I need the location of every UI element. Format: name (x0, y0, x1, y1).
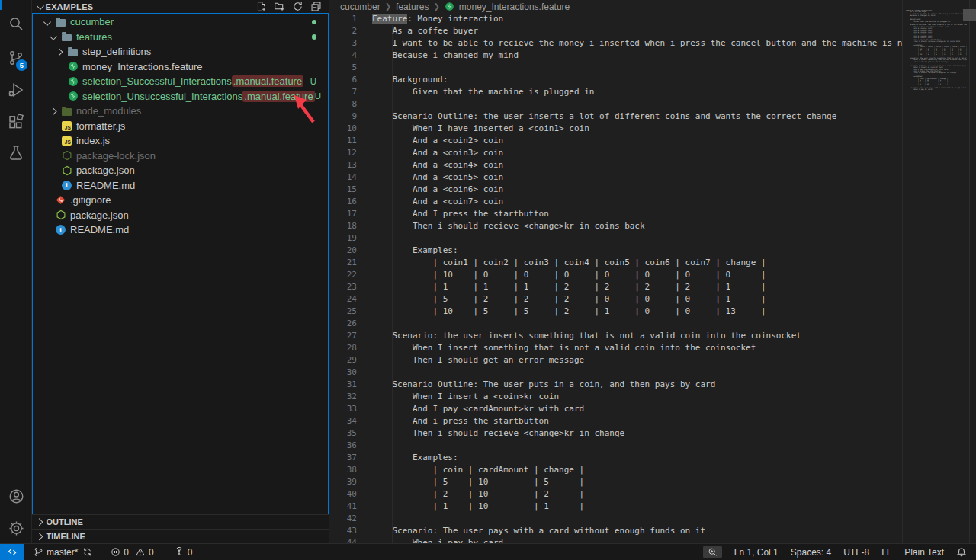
sidebar-item-readme-md[interactable]: iREADME.md (33, 222, 328, 238)
code-line[interactable]: 13 And a <coin4> coin (329, 159, 902, 171)
sidebar-item-selection-unsuccessful-interactions[interactable]: selection_Unsuccessful_Interactions.manu… (33, 89, 328, 104)
code-line[interactable]: 3 I want to be able to recieve the money… (329, 37, 902, 50)
extensions-icon[interactable] (0, 107, 32, 137)
code-line[interactable]: 42 (329, 513, 902, 525)
sidebar-item-formatter-js[interactable]: JSformatter.js (33, 119, 328, 134)
filter-match-highlight: .manual.feature (232, 75, 303, 87)
code-line[interactable]: 23 | 1 | 1 | 1 | 2 | 2 | 2 | 2 | 1 | (329, 281, 902, 293)
sidebar-item-readme-md[interactable]: iREADME.md (33, 178, 328, 194)
code-line[interactable]: 16 And a <coin7> coin (329, 196, 902, 208)
sync-button[interactable] (82, 544, 97, 560)
code-line[interactable]: 40 | 2 | 10 | 2 | (329, 488, 902, 501)
code-line[interactable]: 27 Scenario: the user inserts something … (329, 330, 902, 342)
sidebar-item--gitignore[interactable]: .gitignore (33, 193, 328, 208)
problems-status[interactable]: 0 0 (106, 544, 158, 560)
code-line[interactable]: 8 (329, 98, 902, 110)
folder-icon (53, 18, 69, 27)
breadcrumb-folder[interactable]: features (396, 2, 429, 12)
new-folder-icon[interactable] (274, 1, 285, 12)
sidebar-item-selection-successful-interactions[interactable]: selection_Successful_Interactions.manual… (33, 74, 328, 89)
code-line[interactable]: 22 | 10 | 0 | 0 | 0 | 0 | 0 | 0 | 0 | (329, 269, 902, 281)
ports-status[interactable]: 0 (169, 544, 197, 560)
sidebar-item-node-modules[interactable]: node_modules (33, 104, 328, 119)
new-file-icon[interactable] (255, 1, 267, 12)
code-line[interactable]: 41 | 1 | 10 | 1 | (329, 501, 902, 513)
timeline-section-header[interactable]: TIMELINE (32, 529, 329, 543)
code-line[interactable]: 11 And a <coin2> coin (329, 135, 902, 147)
sidebar-item-features[interactable]: features (33, 30, 328, 45)
code-line[interactable]: 18 Then i should recieve <change>kr in c… (329, 220, 902, 232)
code-line[interactable]: 12 And a <coin3> coin (329, 147, 902, 159)
code-line[interactable]: 4 Because i changed my mind (329, 50, 902, 62)
code-line[interactable]: 36 (329, 440, 902, 452)
code-line[interactable]: 9 Scenario Outline: the user inserts a l… (329, 110, 902, 123)
code-line[interactable]: 17 And I press the startbutton (329, 208, 902, 220)
code-line[interactable]: 30 (329, 366, 902, 379)
code-line[interactable]: 43 Scenario: The user pays with a card w… (329, 525, 902, 537)
code-line[interactable]: 1Feature: Money interaction (329, 13, 902, 25)
code-line[interactable]: 5 (329, 62, 902, 74)
code-line[interactable]: 28 When I insert something that is not a… (329, 342, 902, 354)
notifications-bell-icon[interactable] (956, 547, 967, 558)
line-number: 11 (329, 135, 357, 147)
sidebar-item-step-definitions[interactable]: step_definitions (33, 44, 328, 59)
line-text: When I insert a <coin>kr coin (372, 391, 559, 403)
testing-icon[interactable] (0, 138, 32, 168)
remote-indicator[interactable] (0, 544, 24, 560)
code-line[interactable]: 21 | coin1 | coin2 | coin3 | coin4 | coi… (329, 257, 902, 269)
code-line[interactable]: 15 And a <coin6> coin (329, 184, 902, 196)
sidebar-item-cucumber[interactable]: cucumber (33, 14, 328, 30)
sidebar-item-index-js[interactable]: JSindex.js (33, 133, 328, 149)
code-line[interactable]: 20 Examples: (329, 245, 902, 257)
run-debug-icon[interactable] (0, 75, 32, 105)
explorer-section-header[interactable]: EXAMPLES (32, 0, 329, 13)
encoding-status[interactable]: UTF-8 (843, 547, 869, 558)
indentation-status[interactable]: Spaces: 4 (791, 547, 831, 558)
code-line[interactable]: 14 And a <coin5> coin (329, 171, 902, 184)
line-text: Then I should get an error message (372, 354, 584, 366)
sidebar-item-money-interactions-feature[interactable]: money_Interactions.feature (33, 59, 328, 75)
code-line[interactable]: 6 Background: (329, 74, 902, 86)
explorer-sidebar: EXAMPLES cucumberfeaturesstep_definition… (32, 0, 329, 543)
breadcrumb-folder[interactable]: cucumber (340, 2, 380, 12)
code-line[interactable]: 24 | 5 | 2 | 2 | 2 | 0 | 0 | 0 | 1 | (329, 293, 902, 306)
code-line[interactable]: 29 Then I should get an error message (329, 354, 902, 366)
cursor-position[interactable]: Ln 1, Col 1 (734, 547, 779, 558)
line-text: | 10 | 5 | 5 | 2 | 1 | 0 | 0 | 13 | (372, 306, 766, 318)
scrollbar-thumb[interactable] (963, 9, 976, 21)
code-line[interactable]: 25 | 10 | 5 | 5 | 2 | 1 | 0 | 0 | 13 | (329, 306, 902, 318)
outline-section-header[interactable]: OUTLINE (32, 514, 329, 529)
code-line[interactable]: 32 When I insert a <coin>kr coin (329, 391, 902, 403)
git-branch-status[interactable]: master* (29, 544, 82, 560)
eol-status[interactable]: LF (881, 547, 892, 558)
collapse-all-icon[interactable] (310, 1, 322, 12)
code-line[interactable]: 26 (329, 318, 902, 330)
refresh-icon[interactable] (292, 1, 303, 12)
sidebar-item-package-json[interactable]: package.json (33, 208, 328, 223)
code-line[interactable]: 31 Scenario Outline: The user puts in a … (329, 379, 902, 391)
code-line[interactable]: 39 | 5 | 10 | 5 | (329, 476, 902, 488)
line-number: 16 (329, 196, 357, 208)
language-mode[interactable]: Plain Text (904, 547, 944, 558)
code-area[interactable]: 1Feature: Money interaction2 As a coffee… (329, 13, 902, 543)
code-line[interactable]: 44 When i pay by card (329, 537, 902, 543)
code-line[interactable]: 33 And I pay <cardAmount>kr with card (329, 403, 902, 415)
settings-gear-icon[interactable] (0, 513, 32, 543)
code-line[interactable]: 38 | coin | cardAmount | change | (329, 464, 902, 476)
sidebar-item-package-json[interactable]: package.json (33, 163, 328, 178)
account-icon[interactable] (0, 481, 32, 511)
minimap[interactable]: Feature: Money interaction As a coffee b… (902, 0, 976, 543)
breadcrumb-file[interactable]: money_Interactions.feature (459, 2, 570, 12)
code-line[interactable]: 7 Given that the machine is plugged in (329, 86, 902, 98)
code-line[interactable]: 34 And i press the startbutton (329, 415, 902, 427)
search-icon[interactable] (0, 8, 32, 39)
sidebar-item-package-lock-json[interactable]: package-lock.json (33, 149, 328, 164)
code-line[interactable]: 10 When I have inserted a <coin1> coin (329, 123, 902, 135)
source-control-icon[interactable]: 5 (0, 43, 32, 73)
code-line[interactable]: 19 (329, 232, 902, 245)
code-line[interactable]: 2 As a coffee buyer (329, 25, 902, 37)
code-line[interactable]: 35 Then i should recieve <change>kr in c… (329, 427, 902, 440)
line-number: 15 (329, 184, 357, 196)
screencast-zoom-icon[interactable] (703, 546, 722, 558)
code-line[interactable]: 37 Examples: (329, 452, 902, 464)
